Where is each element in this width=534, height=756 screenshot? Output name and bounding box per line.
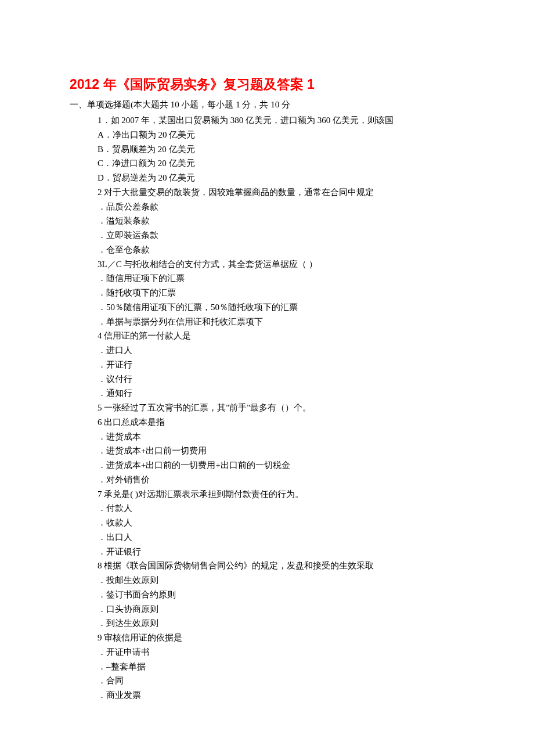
q6-option-b: ．进货成本+出口前一切费用 bbox=[98, 444, 464, 458]
q2-option-a: ．品质公差条款 bbox=[98, 200, 464, 214]
q4-stem: 4 信用证的第一付款人是 bbox=[98, 329, 464, 343]
q2-option-c: ．立即装运条款 bbox=[98, 228, 464, 243]
q3-option-c: ．50％随信用证项下的汇票，50％随托收项下的汇票 bbox=[98, 300, 464, 315]
q4-option-b: ．开证行 bbox=[98, 358, 464, 372]
q1-stem: 1．如 2007 年，某国出口贸易额为 380 亿美元，进口额为 360 亿美元… bbox=[98, 113, 464, 128]
q9-option-b: ．–整套单据 bbox=[98, 660, 464, 674]
q9-stem: 9 审核信用证的依据是 bbox=[98, 631, 464, 645]
q7-option-b: ．收款人 bbox=[98, 516, 464, 530]
q9-option-d: ．商业发票 bbox=[98, 688, 464, 703]
q8-option-c: ．口头协商原则 bbox=[98, 602, 464, 617]
q7-option-c: ．出口人 bbox=[98, 530, 464, 545]
q1-option-a: A．净出口额为 20 亿美元 bbox=[98, 128, 464, 142]
q3-option-d: ．单据与票据分列在信用证和托收汇票项下 bbox=[98, 315, 464, 329]
q5-stem: 5 一张经过了五次背书的汇票，其"前手"最多有（）个。 bbox=[98, 401, 464, 415]
q4-option-d: ．通知行 bbox=[98, 386, 464, 401]
q6-option-a: ．进货成本 bbox=[98, 430, 464, 444]
q8-stem: 8 根据《联合国国际货物销售合同公约》的规定，发盘和接受的生效采取 bbox=[98, 559, 464, 573]
q1-option-d: D．贸易逆差为 20 亿美元 bbox=[98, 171, 464, 185]
section-header: 一、单项选择题(本大题共 10 小题，每小题 1 分，共 10 分 bbox=[70, 99, 464, 110]
q6-option-d: ．对外销售价 bbox=[98, 473, 464, 487]
q4-option-a: ．进口人 bbox=[98, 343, 464, 358]
q6-option-c: ．进货成本+出口前的一切费用+出口前的一切税金 bbox=[98, 458, 464, 473]
q3-stem: 3L／C 与托收相结合的支付方式，其全套货运单据应（ ） bbox=[98, 257, 464, 272]
q8-option-d: ．到达生效原则 bbox=[98, 616, 464, 631]
q3-option-a: ．随信用证项下的汇票 bbox=[98, 271, 464, 286]
q8-option-b: ．签订书面合约原则 bbox=[98, 588, 464, 602]
page-title: 2012 年《国际贸易实务》复习题及答案 1 bbox=[70, 75, 464, 93]
q7-stem: 7 承兑是( )对远期汇票表示承担到期付款责任的行为。 bbox=[98, 487, 464, 502]
q7-option-d: ．开证银行 bbox=[98, 545, 464, 559]
q4-option-c: ．议付行 bbox=[98, 372, 464, 387]
q9-option-c: ．合同 bbox=[98, 674, 464, 688]
q1-option-b: B．贸易顺差为 20 亿美元 bbox=[98, 142, 464, 157]
q9-option-a: ．开证申请书 bbox=[98, 645, 464, 660]
q7-option-a: ．付款人 bbox=[98, 501, 464, 516]
q2-stem: 2 对于大批量交易的散装货，因较难掌握商品的数量，通常在合同中规定 bbox=[98, 185, 464, 200]
q2-option-b: ．溢短装条款 bbox=[98, 214, 464, 228]
q3-option-b: ．随托收项下的汇票 bbox=[98, 286, 464, 300]
q2-option-d: ．仓至仓条款 bbox=[98, 243, 464, 257]
q1-option-c: C．净进口额为 20 亿美元 bbox=[98, 156, 464, 171]
q8-option-a: ．投邮生效原则 bbox=[98, 573, 464, 588]
q6-stem: 6 出口总成本是指 bbox=[98, 415, 464, 430]
